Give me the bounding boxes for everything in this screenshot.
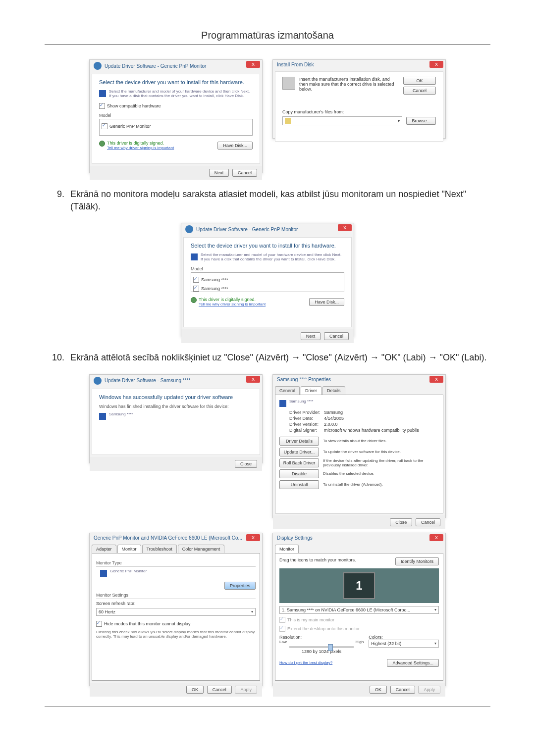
- path-input[interactable]: ▾: [282, 116, 402, 125]
- signing-link[interactable]: Tell me why driver signing is important: [199, 302, 266, 306]
- signed-label: This driver is digitally signed.: [199, 297, 266, 302]
- ok-button[interactable]: OK: [186, 686, 204, 694]
- update-driver-button[interactable]: Update Driver...: [279, 448, 319, 456]
- tab-monitor[interactable]: Monitor: [275, 545, 299, 553]
- install-instruction: Insert the manufacturer's installation d…: [299, 77, 397, 95]
- extend-desktop-label: Extend the desktop onto this monitor: [287, 626, 360, 631]
- device-name: Samsung ****: [109, 412, 133, 420]
- refresh-rate-dropdown[interactable]: 60 Hertz ▾: [96, 608, 256, 616]
- back-arrow-icon[interactable]: [94, 62, 102, 70]
- copy-from-label: Copy manufacturer's files from:: [282, 109, 436, 114]
- cancel-button[interactable]: Cancel: [390, 686, 415, 694]
- driver-details-button[interactable]: Driver Details: [279, 437, 319, 446]
- window-title: Install From Disk: [277, 62, 314, 67]
- monitor-type-value: Generic PnP Monitor: [110, 569, 147, 577]
- monitor-1-icon[interactable]: 1: [343, 572, 375, 599]
- advanced-settings-button[interactable]: Advanced Settings...: [387, 659, 439, 667]
- monitor-settings-label: Monitor Settings: [96, 593, 256, 599]
- main-monitor-checkbox: [279, 617, 285, 623]
- rollback-driver-desc: If the device fails after updating the d…: [323, 458, 439, 467]
- model-list[interactable]: Generic PnP Monitor: [99, 119, 253, 136]
- wizard-heading: Select the device driver you want to ins…: [191, 243, 344, 249]
- model-item-checkbox[interactable]: [193, 277, 199, 283]
- tab-color-management[interactable]: Color Management: [178, 545, 225, 553]
- uninstall-desc: To uninstall the driver (Advanced).: [323, 482, 439, 487]
- close-button[interactable]: Close: [390, 518, 412, 526]
- close-icon[interactable]: X: [338, 224, 352, 231]
- tab-monitor[interactable]: Monitor: [117, 545, 141, 553]
- hide-modes-checkbox[interactable]: [96, 621, 102, 627]
- cancel-button[interactable]: Cancel: [416, 518, 440, 526]
- best-display-link[interactable]: How do I get the best display?: [279, 660, 332, 665]
- apply-button: Apply: [418, 686, 440, 694]
- refresh-rate-label: Screen refresh rate:: [96, 601, 256, 606]
- tab-details[interactable]: Details: [322, 386, 345, 395]
- chevron-down-icon: ▾: [434, 641, 436, 646]
- signer-label: Digital Signer:: [289, 428, 324, 433]
- tab-general[interactable]: General: [275, 386, 300, 395]
- signing-link[interactable]: Tell me why driver signing is important: [107, 146, 174, 150]
- have-disk-button[interactable]: Have Disk...: [217, 142, 253, 150]
- low-label: Low: [279, 640, 287, 644]
- back-arrow-icon: [94, 377, 102, 385]
- properties-button[interactable]: Properties: [224, 582, 256, 590]
- window-title: Update Driver Software - Samsung ****: [105, 378, 190, 383]
- colors-dropdown[interactable]: Highest (32 bit) ▾: [369, 640, 439, 648]
- signer-value: microsoft windows hardware compatibility…: [324, 428, 419, 433]
- dropdown-arrow-icon[interactable]: ▾: [398, 119, 400, 123]
- next-button[interactable]: Next: [209, 169, 229, 177]
- page-title: Programmatūras izmantošana: [45, 30, 490, 41]
- cancel-button[interactable]: Cancel: [403, 87, 436, 95]
- close-icon[interactable]: X: [429, 534, 443, 541]
- window-title: Display Settings: [277, 535, 313, 541]
- window-title: Update Driver Software - Generic PnP Mon…: [196, 227, 298, 232]
- cancel-button[interactable]: Cancel: [324, 332, 349, 340]
- monitor-arrangement[interactable]: 1: [279, 568, 439, 603]
- apply-button: Apply: [235, 686, 257, 694]
- cancel-button[interactable]: Cancel: [232, 169, 257, 177]
- show-compatible-checkbox[interactable]: [99, 103, 105, 109]
- close-icon[interactable]: X: [246, 534, 260, 541]
- monitor-icon: [99, 413, 106, 420]
- model-list[interactable]: Samsung **** Samsung ****: [191, 272, 344, 292]
- wizard-heading: Windows has successfully updated your dr…: [99, 394, 253, 400]
- monitor-type-label: Monitor Type: [96, 560, 256, 567]
- version-value: 2.0.0.0: [324, 422, 338, 427]
- next-button[interactable]: Next: [301, 332, 321, 340]
- monitor-select-dropdown[interactable]: 1. Samsung **** on NVIDIA GeForce 6600 L…: [279, 606, 439, 614]
- slider-thumb[interactable]: [328, 644, 333, 651]
- rollback-driver-button[interactable]: Roll Back Driver: [279, 458, 319, 467]
- tab-troubleshoot[interactable]: Troubleshoot: [142, 545, 177, 553]
- model-item: Generic PnP Monitor: [109, 124, 151, 129]
- hide-modes-note: Clearing this check box allows you to se…: [96, 630, 256, 639]
- uninstall-button[interactable]: Uninstall: [279, 480, 319, 489]
- close-icon[interactable]: X: [429, 61, 443, 68]
- close-icon[interactable]: X: [429, 376, 443, 383]
- browse-button[interactable]: Browse...: [406, 117, 436, 125]
- close-icon[interactable]: X: [246, 61, 260, 68]
- identify-monitors-button[interactable]: Identify Monitors: [395, 557, 439, 565]
- back-arrow-icon[interactable]: [185, 225, 193, 233]
- screenshot-display-settings: X Display Settings Monitor Drag the icon…: [272, 533, 446, 686]
- model-label: Model: [191, 266, 344, 271]
- signed-label: This driver is digitally signed.: [107, 141, 174, 146]
- model-item: Samsung ****: [201, 277, 228, 282]
- ok-button[interactable]: OK: [370, 686, 387, 694]
- date-value: 4/14/2005: [324, 416, 344, 421]
- screenshot-update-success: X Update Driver Software - Samsung **** …: [89, 374, 263, 463]
- tab-driver[interactable]: Driver: [301, 386, 321, 395]
- model-item-checkbox[interactable]: [102, 123, 107, 129]
- resolution-slider[interactable]: [289, 646, 354, 648]
- chevron-down-icon: ▾: [251, 609, 253, 614]
- ok-button[interactable]: OK: [403, 77, 436, 85]
- folder-icon: [285, 118, 291, 124]
- tab-adapter[interactable]: Adapter: [92, 545, 116, 553]
- close-icon[interactable]: X: [246, 376, 260, 383]
- have-disk-button[interactable]: Have Disk...: [309, 298, 344, 306]
- cancel-button[interactable]: Cancel: [207, 686, 232, 694]
- model-item-checkbox[interactable]: [193, 286, 199, 292]
- close-button[interactable]: Close: [235, 460, 257, 468]
- disable-button[interactable]: Disable: [279, 469, 319, 478]
- screenshot-device-properties: X Samsung **** Properties General Driver…: [272, 374, 446, 518]
- divider-top: [45, 44, 490, 45]
